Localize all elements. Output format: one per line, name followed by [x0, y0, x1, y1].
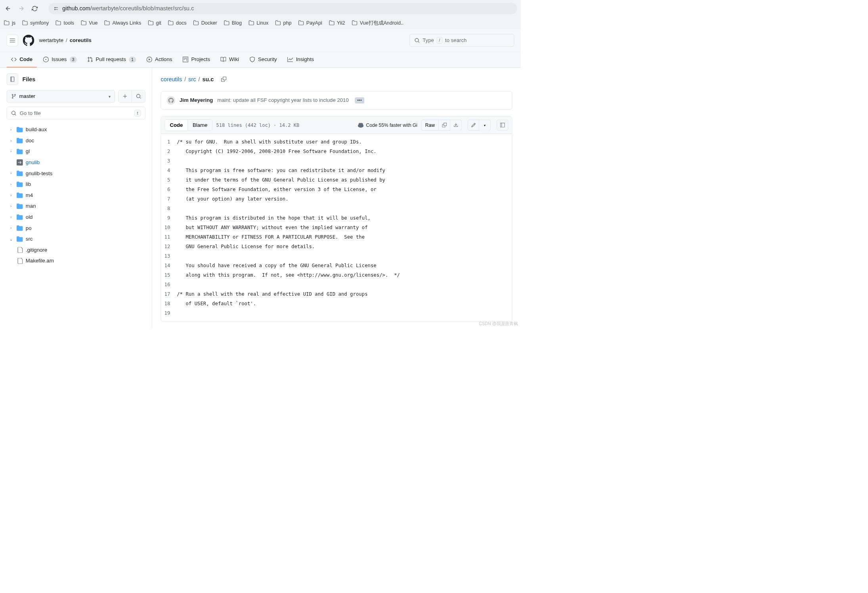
line-number[interactable]: 13	[164, 251, 170, 261]
tree-item-gnulib[interactable]: gnulib	[7, 157, 145, 168]
tree-item-m4[interactable]: ›m4	[7, 190, 145, 201]
source-line[interactable]	[177, 251, 400, 261]
copilot-hint[interactable]: Code 55% faster with Gi	[358, 122, 417, 128]
bookmark-item[interactable]: Vue	[81, 20, 98, 25]
source-line[interactable]: it under the terms of the GNU General Pu…	[177, 175, 400, 185]
download-button[interactable]	[450, 120, 462, 131]
back-button[interactable]	[4, 4, 13, 13]
commit-more-button[interactable]: •••	[355, 97, 364, 103]
bookmark-item[interactable]: Linux	[249, 20, 269, 25]
tree-item-man[interactable]: ›man	[7, 201, 145, 212]
bookmark-item[interactable]: Yii2	[329, 20, 345, 25]
tree-item-lib[interactable]: ›lib	[7, 179, 145, 190]
source-line[interactable]: You should have received a copy of the G…	[177, 261, 400, 270]
avatar[interactable]	[167, 96, 176, 105]
bookmark-item[interactable]: tools	[55, 20, 74, 25]
reload-button[interactable]	[31, 4, 39, 13]
url-bar[interactable]: github.com/wertarbyte/coreutils/blob/mas…	[48, 3, 517, 14]
search-input[interactable]: Type / to search	[409, 34, 514, 47]
line-number[interactable]: 1	[164, 137, 170, 147]
line-number[interactable]: 5	[164, 175, 170, 185]
source-line[interactable]: GNU General Public License for more deta…	[177, 242, 400, 251]
tab-code[interactable]: Code	[7, 52, 37, 67]
tree-item-Makefile.am[interactable]: Makefile.am	[16, 255, 145, 266]
edit-button[interactable]	[468, 120, 479, 131]
source-line[interactable]: MERCHANTABILITY or FITNESS FOR A PARTICU…	[177, 232, 400, 242]
commit-author[interactable]: Jim Meyering	[180, 97, 213, 103]
source-line[interactable]	[177, 280, 400, 289]
source-line[interactable]: This program is distributed in the hope …	[177, 213, 400, 223]
tree-item-build-aux[interactable]: ›build-aux	[7, 124, 145, 135]
tab-pull-requests[interactable]: Pull requests 1	[83, 52, 140, 67]
tree-item-gl[interactable]: ›gl	[7, 146, 145, 157]
tree-item-.gitignore[interactable]: .gitignore	[16, 245, 145, 256]
forward-button[interactable]	[17, 4, 26, 13]
line-number[interactable]: 3	[164, 156, 170, 166]
tree-item-gnulib-tests[interactable]: ›gnulib-tests	[7, 168, 145, 179]
repo-name-link[interactable]: coreutils	[70, 37, 92, 44]
bookmark-item[interactable]: Always Links	[104, 20, 141, 25]
source-line[interactable]: but WITHOUT ANY WARRANTY; without even t…	[177, 223, 400, 232]
symbols-button[interactable]	[497, 120, 508, 131]
line-number[interactable]: 19	[164, 308, 170, 318]
tree-item-old[interactable]: ›old	[7, 212, 145, 223]
breadcrumb-dir[interactable]: src	[188, 76, 196, 82]
bookmark-item[interactable]: git	[148, 20, 161, 25]
line-number[interactable]: 11	[164, 232, 170, 242]
source-line[interactable]: This program is free software: you can r…	[177, 166, 400, 175]
line-number[interactable]: 4	[164, 166, 170, 175]
code-tab-button[interactable]: Code	[165, 120, 187, 131]
bookmark-item[interactable]: Docker	[193, 20, 217, 25]
tab-projects[interactable]: Projects	[178, 52, 214, 67]
tree-item-doc[interactable]: ›doc	[7, 135, 145, 146]
line-number[interactable]: 9	[164, 213, 170, 223]
blame-tab-button[interactable]: Blame	[187, 120, 212, 131]
github-logo-icon[interactable]	[23, 34, 34, 46]
add-file-button[interactable]	[119, 90, 132, 102]
search-files-button[interactable]	[132, 90, 145, 102]
line-number[interactable]: 12	[164, 242, 170, 251]
tree-item-po[interactable]: ›po	[7, 223, 145, 234]
source-line[interactable]: along with this program. If not, see <ht…	[177, 270, 400, 280]
line-number[interactable]: 18	[164, 299, 170, 308]
toggle-sidebar-button[interactable]	[7, 73, 18, 85]
line-number[interactable]: 17	[164, 289, 170, 299]
bookmark-item[interactable]: symfony	[22, 20, 49, 25]
breadcrumb-root[interactable]: coreutils	[161, 76, 182, 82]
source-line[interactable]: the Free Software Foundation, either ver…	[177, 185, 400, 194]
copy-button[interactable]	[439, 120, 450, 131]
source-line[interactable]	[177, 308, 400, 318]
tab-actions[interactable]: Actions	[142, 52, 176, 67]
source-line[interactable]: of USER, default `root'.	[177, 299, 400, 308]
bookmark-item[interactable]: Vue打包成Android..	[352, 19, 403, 26]
line-number[interactable]: 8	[164, 204, 170, 213]
line-number[interactable]: 16	[164, 280, 170, 289]
source-line[interactable]: Copyright (C) 1992-2006, 2008-2010 Free …	[177, 147, 400, 156]
hamburger-menu-button[interactable]	[7, 34, 18, 46]
tab-security[interactable]: Security	[245, 52, 281, 67]
copy-path-button[interactable]	[219, 75, 228, 84]
raw-button[interactable]: Raw	[421, 120, 439, 131]
source-line[interactable]: /* Run a shell with the real and effecti…	[177, 289, 400, 299]
repo-owner-link[interactable]: wertarbyte	[39, 37, 63, 44]
source-line[interactable]: /* su for GNU. Run a shell with substitu…	[177, 137, 400, 147]
line-number[interactable]: 15	[164, 270, 170, 280]
bookmark-item[interactable]: Blog	[224, 20, 242, 25]
source-line[interactable]	[177, 204, 400, 213]
site-info-icon[interactable]	[53, 6, 59, 11]
tab-issues[interactable]: Issues 3	[39, 52, 81, 67]
branch-select[interactable]: master ▾	[7, 90, 115, 102]
tab-wiki[interactable]: Wiki	[216, 52, 243, 67]
source-line[interactable]	[177, 156, 400, 166]
commit-message[interactable]: maint: update all FSF copyright year lis…	[217, 97, 349, 103]
file-filter-input[interactable]: Go to file t	[7, 107, 145, 119]
line-number[interactable]: 10	[164, 223, 170, 232]
source-code[interactable]: /* su for GNU. Run a shell with substitu…	[177, 134, 400, 321]
line-number[interactable]: 7	[164, 194, 170, 204]
line-number[interactable]: 14	[164, 261, 170, 270]
edit-menu-button[interactable]: ▾	[479, 120, 491, 131]
tab-insights[interactable]: Insights	[283, 52, 318, 67]
bookmark-item[interactable]: docs	[168, 20, 187, 25]
bookmark-item[interactable]: js	[4, 20, 16, 25]
bookmark-item[interactable]: php	[275, 20, 291, 25]
